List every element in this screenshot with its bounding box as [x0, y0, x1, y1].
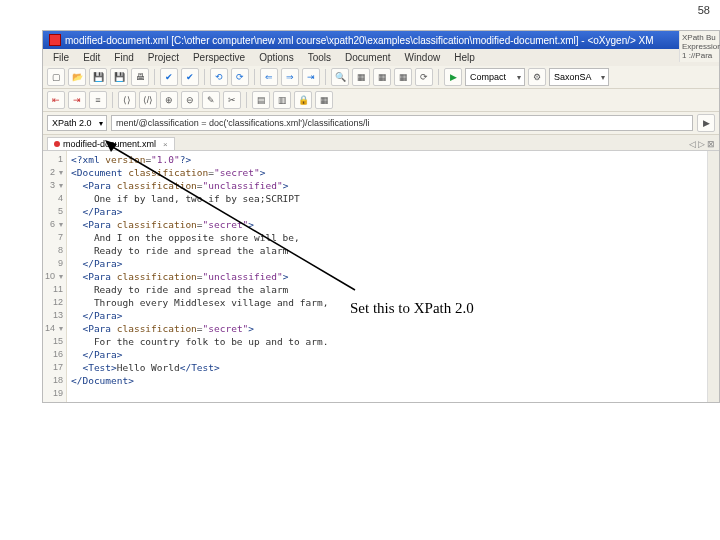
- indent-right-icon[interactable]: ⇥: [68, 91, 86, 109]
- annotation-text: Set this to XPath 2.0: [350, 300, 474, 317]
- line-num: 5: [43, 205, 63, 218]
- separator: [154, 69, 155, 85]
- separator: [204, 69, 205, 85]
- debug-icon[interactable]: ⚙: [528, 68, 546, 86]
- undo-icon[interactable]: ⟲: [210, 68, 228, 86]
- separator: [325, 69, 326, 85]
- titlebar: modified-document.xml [C:\other computer…: [43, 31, 719, 49]
- line-num: 10▾: [43, 270, 63, 283]
- elem1-icon[interactable]: ⟨⟩: [118, 91, 136, 109]
- line-num: 11: [43, 283, 63, 296]
- side-heading2: Expression: [682, 42, 717, 51]
- gutter: 1 2▾ 3▾ 4 5 6▾ 7 8 9 10▾ 11 12 13 14▾ 15…: [43, 151, 67, 402]
- forward-icon[interactable]: ⇒: [281, 68, 299, 86]
- search-icon[interactable]: 🔍: [331, 68, 349, 86]
- line-num: 18: [43, 374, 63, 387]
- menu-tools[interactable]: Tools: [302, 51, 337, 64]
- side-heading: XPath Bu: [682, 33, 717, 42]
- line-num: 13: [43, 309, 63, 322]
- separator: [246, 92, 247, 108]
- xpath-version-combo[interactable]: XPath 2.0: [47, 115, 107, 131]
- menu-project[interactable]: Project: [142, 51, 185, 64]
- line-num: 2▾: [43, 166, 63, 179]
- tab-close-icon[interactable]: ⊠: [707, 139, 715, 149]
- menu-perspective[interactable]: Perspective: [187, 51, 251, 64]
- line-num: 7: [43, 231, 63, 244]
- line-num: 17: [43, 361, 63, 374]
- svg-marker-1: [105, 140, 117, 152]
- tab-nav: ◁ ▷ ⊠: [689, 139, 715, 149]
- elem4-icon[interactable]: ⊖: [181, 91, 199, 109]
- tab-next-icon[interactable]: ▷: [698, 139, 705, 149]
- elem2-icon[interactable]: ⟨/⟩: [139, 91, 157, 109]
- tool3-icon[interactable]: ▦: [394, 68, 412, 86]
- new-icon[interactable]: ▢: [47, 68, 65, 86]
- elem5-icon[interactable]: ✎: [202, 91, 220, 109]
- toolbar-second: ⇤ ⇥ ≡ ⟨⟩ ⟨/⟩ ⊕ ⊖ ✎ ✂ ▤ ▥ 🔒 ▦: [43, 89, 719, 112]
- tab-prev-icon[interactable]: ◁: [689, 139, 696, 149]
- line-num: 16: [43, 348, 63, 361]
- annotation-arrow: [105, 140, 365, 310]
- open-icon[interactable]: 📂: [68, 68, 86, 86]
- toolbar-main: ▢ 📂 💾 💾 🖶 ✔ ✔ ⟲ ⟳ ⇐ ⇒ ⇥ 🔍 ▦ ▦ ▦ ⟳ ▶ Comp…: [43, 66, 719, 89]
- xpath-bar: XPath 2.0 ment/@classification = doc('cl…: [43, 112, 719, 135]
- menu-options[interactable]: Options: [253, 51, 299, 64]
- separator: [112, 92, 113, 108]
- last-icon[interactable]: ⇥: [302, 68, 320, 86]
- line-num: 15: [43, 335, 63, 348]
- back-icon[interactable]: ⇐: [260, 68, 278, 86]
- check-icon[interactable]: ✔: [160, 68, 178, 86]
- line-num: 4: [43, 192, 63, 205]
- menu-document[interactable]: Document: [339, 51, 397, 64]
- run-icon[interactable]: ▶: [444, 68, 462, 86]
- separator: [438, 69, 439, 85]
- refresh-icon[interactable]: ⟳: [415, 68, 433, 86]
- check2-icon[interactable]: ✔: [181, 68, 199, 86]
- scrollbar[interactable]: [707, 151, 719, 402]
- elem6-icon[interactable]: ✂: [223, 91, 241, 109]
- side-row[interactable]: 1 ://Para: [682, 51, 717, 60]
- format-icon[interactable]: ≡: [89, 91, 107, 109]
- view2-icon[interactable]: ▥: [273, 91, 291, 109]
- save-icon[interactable]: 💾: [89, 68, 107, 86]
- view1-icon[interactable]: ▤: [252, 91, 270, 109]
- menu-edit[interactable]: Edit: [77, 51, 106, 64]
- saveall-icon[interactable]: 💾: [110, 68, 128, 86]
- separator: [254, 69, 255, 85]
- menu-file[interactable]: File: [47, 51, 75, 64]
- line-num: 9: [43, 257, 63, 270]
- print-icon[interactable]: 🖶: [131, 68, 149, 86]
- line-num: 8: [43, 244, 63, 257]
- tool2-icon[interactable]: ▦: [373, 68, 391, 86]
- line-num: 12: [43, 296, 63, 309]
- xpath-input[interactable]: ment/@classification = doc('classificati…: [111, 115, 693, 131]
- svg-line-0: [111, 146, 355, 290]
- page-number: 58: [698, 4, 710, 16]
- menu-help[interactable]: Help: [448, 51, 481, 64]
- lock-icon[interactable]: 🔒: [294, 91, 312, 109]
- menubar: File Edit Find Project Perspective Optio…: [43, 49, 719, 66]
- scenario-combo[interactable]: Compact: [465, 68, 525, 86]
- line-num: 6▾: [43, 218, 63, 231]
- window-title: modified-document.xml [C:\other computer…: [65, 35, 654, 46]
- tool1-icon[interactable]: ▦: [352, 68, 370, 86]
- line-num: 3▾: [43, 179, 63, 192]
- app-icon: [49, 34, 61, 46]
- xpath-go-icon[interactable]: ▶: [697, 114, 715, 132]
- redo-icon[interactable]: ⟳: [231, 68, 249, 86]
- engine-combo[interactable]: SaxonSA: [549, 68, 609, 86]
- modified-dot-icon: [54, 141, 60, 147]
- indent-left-icon[interactable]: ⇤: [47, 91, 65, 109]
- line-num: 14▾: [43, 322, 63, 335]
- line-num: 1: [43, 153, 63, 166]
- line-num: 19: [43, 387, 63, 400]
- side-panel: XPath Bu Expression 1 ://Para: [679, 31, 719, 62]
- elem3-icon[interactable]: ⊕: [160, 91, 178, 109]
- menu-find[interactable]: Find: [108, 51, 139, 64]
- grid-icon[interactable]: ▦: [315, 91, 333, 109]
- menu-window[interactable]: Window: [399, 51, 447, 64]
